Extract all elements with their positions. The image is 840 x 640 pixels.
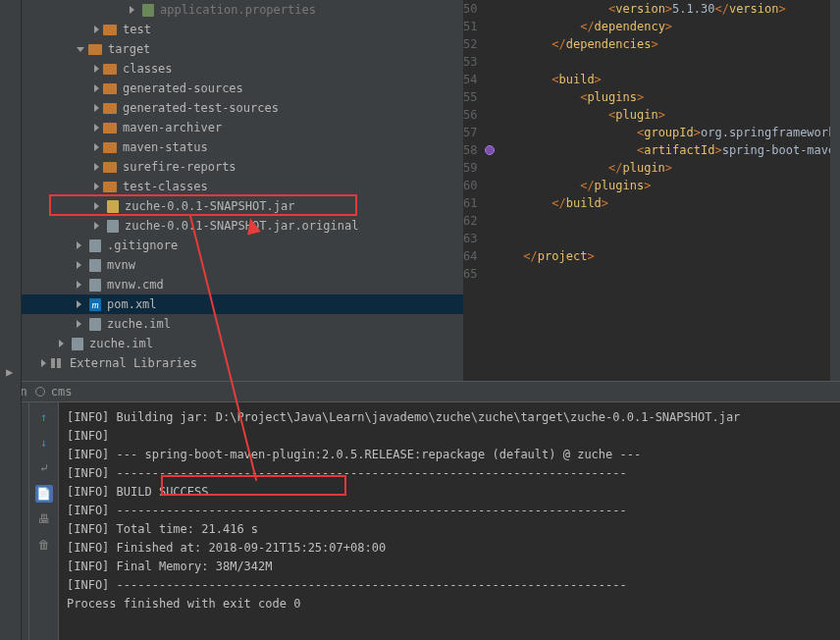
tree-row[interactable]: mpom.xml: [22, 294, 463, 314]
down-arrow-icon[interactable]: ↓: [35, 434, 53, 452]
expand-arrow-icon[interactable]: [94, 183, 99, 190]
tree-row[interactable]: maven-status: [22, 137, 463, 157]
project-tree[interactable]: application.propertiestesttargetclassesg…: [0, 0, 463, 381]
expand-arrow-icon[interactable]: [94, 143, 99, 151]
tree-row[interactable]: zuche.iml: [22, 314, 463, 334]
expand-arrow-icon[interactable]: [94, 65, 99, 73]
folder-icon: [103, 182, 117, 192]
folder-icon: [103, 162, 117, 173]
line-gutter: 50515253545556575859606162636465: [463, 0, 485, 381]
tree-row[interactable]: surefire-reports: [22, 157, 463, 177]
file-icon: [89, 259, 101, 272]
expand-arrow-icon[interactable]: [94, 26, 99, 33]
tree-row[interactable]: zuche-0.0.1-SNAPSHOT.jar.original: [22, 216, 463, 236]
run-toolbar-right: ↑ ↓ ⤶ 📄 🖶 🗑: [29, 402, 59, 640]
tree-row[interactable]: generated-test-sources: [22, 98, 463, 118]
soft-wrap-icon[interactable]: ⤶: [35, 459, 53, 477]
tree-label: zuche.iml: [89, 337, 153, 350]
folder-icon: [103, 64, 117, 75]
editor-scrollbar[interactable]: [830, 0, 840, 381]
left-gutter: ▶: [0, 0, 22, 640]
tree-row[interactable]: generated-sources: [22, 79, 463, 98]
tree-row[interactable]: target: [22, 39, 463, 59]
code-editor[interactable]: 50515253545556575859606162636465 <versio…: [463, 0, 840, 381]
tree-row[interactable]: test-classes: [22, 177, 463, 196]
tree-label: mvnw: [107, 258, 135, 272]
run-tab-bar[interactable]: Run cms: [0, 381, 840, 402]
tree-label: target: [108, 42, 150, 56]
console-line: [INFO] Final Memory: 38M/342M: [67, 558, 832, 576]
spacer: [77, 241, 85, 249]
tree-label: zuche.iml: [107, 317, 171, 331]
tree-row[interactable]: maven-archiver: [22, 118, 463, 137]
tree-row[interactable]: zuche.iml: [22, 334, 463, 353]
file-icon: [89, 318, 101, 331]
tree-label: pom.xml: [107, 297, 157, 311]
tree-label: .gitignore: [107, 239, 178, 252]
console-line: [INFO] ---------------------------------…: [67, 464, 832, 483]
file-icon: [89, 279, 101, 292]
tree-label: classes: [123, 62, 173, 76]
spacer: [77, 261, 85, 269]
gutter-mark-icon[interactable]: [485, 145, 495, 155]
console-line: Process finished with exit code 0: [67, 595, 832, 613]
spacer: [59, 340, 68, 347]
tree-label: test: [123, 23, 151, 36]
file-icon: [89, 240, 101, 252]
code-area[interactable]: <version>5.1.30</version> </dependency> …: [495, 0, 840, 381]
scroll-end-icon[interactable]: 📄: [35, 485, 53, 503]
folder-icon: [103, 123, 117, 133]
expand-arrow-icon[interactable]: [94, 84, 99, 92]
expand-arrow-icon[interactable]: [77, 47, 84, 52]
spacer: [77, 320, 85, 328]
spacer: [130, 6, 138, 14]
expand-arrow-icon[interactable]: [94, 104, 99, 112]
maven-icon: m: [89, 298, 101, 311]
gutter-collapse-arrow[interactable]: ▶: [6, 365, 21, 379]
jar-icon: [107, 200, 119, 213]
library-icon: [50, 357, 64, 369]
trash-icon[interactable]: 🗑: [35, 536, 53, 554]
tree-row[interactable]: External Libraries: [22, 353, 463, 373]
gear-icon[interactable]: [35, 387, 45, 397]
console-line: [INFO] --- spring-boot-maven-plugin:2.0.…: [67, 446, 832, 464]
expand-arrow-icon[interactable]: [41, 359, 46, 367]
tree-label: application.properties: [160, 3, 316, 17]
folder-icon: [103, 83, 117, 94]
spacer: [77, 281, 85, 289]
folder-icon: [103, 103, 117, 114]
file-icon: [107, 220, 119, 233]
console-line: [INFO] BUILD SUCCESS: [67, 483, 832, 502]
console-line: [INFO] ---------------------------------…: [67, 502, 832, 520]
console-output[interactable]: [INFO] Building jar: D:\Project\Java\Lea…: [59, 402, 840, 640]
tree-label: zuche-0.0.1-SNAPSHOT.jar.original: [125, 219, 358, 233]
properties-icon: [142, 4, 154, 17]
tree-label: generated-sources: [123, 81, 243, 95]
tree-row[interactable]: application.properties: [22, 0, 463, 20]
expand-arrow-icon[interactable]: [94, 124, 99, 132]
console-line: [INFO] ---------------------------------…: [67, 576, 832, 595]
folder-icon: [88, 44, 102, 55]
tree-label: maven-archiver: [123, 121, 222, 134]
tree-label: maven-status: [123, 140, 208, 154]
run-config-name: cms: [51, 385, 73, 399]
console-line: [INFO] Total time: 21.416 s: [67, 520, 832, 539]
tree-label: generated-test-sources: [123, 101, 279, 115]
tree-row[interactable]: zuche-0.0.1-SNAPSHOT.jar: [22, 196, 463, 216]
spacer: [77, 300, 85, 308]
tree-label: zuche-0.0.1-SNAPSHOT.jar: [125, 199, 294, 213]
spacer: [94, 222, 103, 230]
tree-row[interactable]: .gitignore: [22, 236, 463, 255]
tree-label: External Libraries: [70, 356, 197, 370]
tree-row[interactable]: mvnw.cmd: [22, 275, 463, 294]
folder-icon: [103, 25, 117, 35]
file-icon: [72, 338, 83, 350]
expand-arrow-icon[interactable]: [94, 163, 99, 171]
print-icon[interactable]: 🖶: [35, 510, 53, 528]
up-arrow-icon[interactable]: ↑: [35, 408, 53, 426]
tree-row[interactable]: mvnw: [22, 255, 463, 275]
tree-row[interactable]: test: [22, 20, 463, 39]
folder-icon: [103, 142, 117, 153]
spacer: [94, 202, 103, 210]
tree-row[interactable]: classes: [22, 59, 463, 79]
